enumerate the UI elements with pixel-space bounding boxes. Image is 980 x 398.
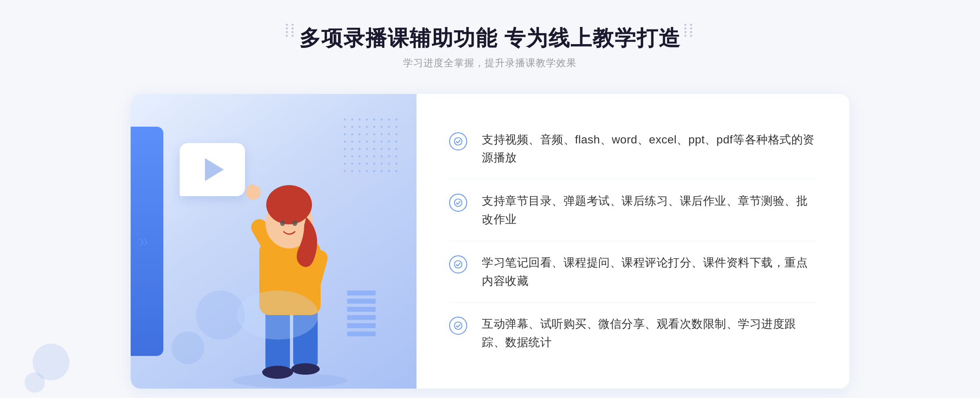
main-title: 多项录播课辅助功能 专为线上教学打造 <box>299 25 681 52</box>
svg-point-13 <box>292 220 297 226</box>
svg-rect-16 <box>250 184 254 195</box>
svg-point-23 <box>454 322 462 329</box>
feature-text-2: 支持章节目录、弹题考试、课后练习、课后作业、章节测验、批改作业 <box>482 192 817 229</box>
sub-title: 学习进度全掌握，提升录播课教学效果 <box>299 56 681 69</box>
illustration-figure <box>180 152 416 389</box>
dots-right-deco <box>684 24 694 34</box>
feature-item-2: 支持章节目录、弹题考试、课后练习、课后作业、章节测验、批改作业 <box>449 180 817 241</box>
svg-point-20 <box>454 137 462 145</box>
dots-left-deco <box>286 24 296 34</box>
header-section: 多项录播课辅助功能 专为线上教学打造 学习进度全掌握，提升录播课教学效果 <box>299 25 681 69</box>
svg-point-22 <box>454 261 462 268</box>
feature-text-3: 学习笔记回看、课程提问、课程评论打分、课件资料下载，重点内容收藏 <box>482 254 817 291</box>
svg-point-19 <box>237 291 318 340</box>
right-features-panel: 支持视频、音频、flash、word、excel、ppt、pdf等各种格式的资源… <box>416 94 849 389</box>
svg-point-21 <box>454 199 462 206</box>
feature-item-3: 学习笔记回看、课程提问、课程评论打分、课件资料下载，重点内容收藏 <box>449 241 817 303</box>
svg-rect-15 <box>247 186 250 195</box>
svg-rect-17 <box>254 185 257 195</box>
check-icon-4 <box>449 317 467 335</box>
feature-item-4: 互动弹幕、试听购买、微信分享、观看次数限制、学习进度跟踪、数据统计 <box>449 303 817 364</box>
stripes-deco <box>347 291 376 340</box>
content-card: » <box>131 94 849 389</box>
check-icon-1 <box>449 132 467 150</box>
svg-rect-18 <box>257 187 260 195</box>
feature-item-1: 支持视频、音频、flash、word、excel、ppt、pdf等各种格式的资源… <box>449 119 817 180</box>
svg-point-4 <box>291 363 320 375</box>
outer-circle-deco-2 <box>24 372 45 393</box>
check-icon-3 <box>449 255 467 273</box>
svg-point-12 <box>280 220 285 226</box>
feature-text-1: 支持视频、音频、flash、word、excel、ppt、pdf等各种格式的资源… <box>482 131 817 168</box>
svg-point-11 <box>272 189 306 219</box>
check-icon-2 <box>449 194 467 212</box>
svg-point-3 <box>262 366 293 379</box>
left-illustration-panel: » <box>131 94 416 389</box>
feature-text-4: 互动弹幕、试听购买、微信分享、观看次数限制、学习进度跟踪、数据统计 <box>482 315 817 352</box>
page-container: 多项录播课辅助功能 专为线上教学打造 学习进度全掌握，提升录播课教学效果 <box>0 0 980 398</box>
chevron-left-deco: » <box>139 231 148 251</box>
